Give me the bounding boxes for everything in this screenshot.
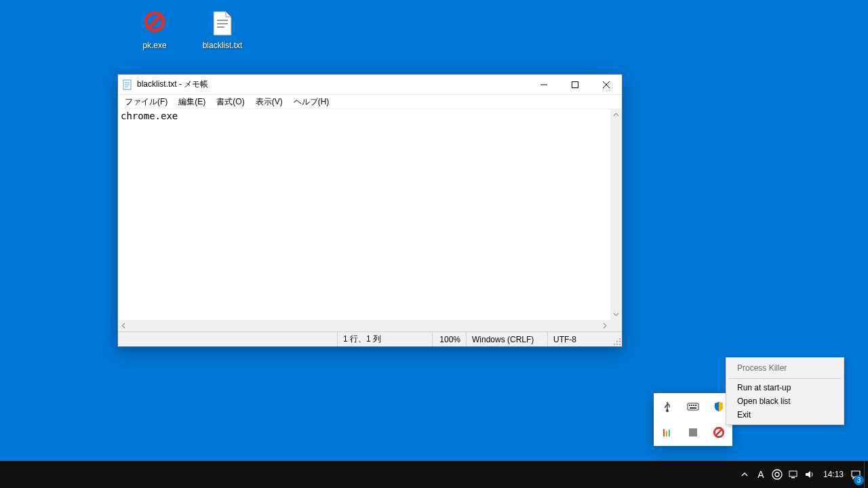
status-encoding: UTF-8 [547, 332, 622, 346]
svg-point-19 [666, 409, 669, 412]
menu-edit[interactable]: 編集(E) [173, 95, 211, 108]
status-zoom: 100% [432, 332, 466, 346]
svg-point-16 [619, 344, 620, 345]
tray-network-icon[interactable] [785, 461, 802, 488]
resize-grip-icon[interactable] [613, 338, 621, 346]
scroll-left-icon[interactable] [118, 320, 130, 331]
tray-overflow-button[interactable] [736, 461, 753, 488]
menubar: ファイル(F) 編集(E) 書式(O) 表示(V) ヘルプ(H) [118, 95, 622, 109]
menu-file[interactable]: ファイル(F) [119, 95, 173, 108]
show-desktop-button[interactable] [864, 461, 868, 488]
vertical-scrollbar[interactable] [610, 109, 622, 320]
svg-point-18 [614, 344, 615, 345]
context-menu-open-blacklist[interactable]: Open black list [728, 394, 842, 408]
close-button[interactable] [591, 75, 622, 95]
svg-point-17 [616, 344, 618, 345]
tray-ime-icon[interactable]: A [753, 461, 769, 488]
horizontal-scrollbar[interactable] [118, 320, 622, 331]
svg-point-32 [772, 470, 782, 479]
editor-area [118, 109, 622, 320]
prohibit-icon [144, 11, 165, 38]
notification-badge: 3 [854, 475, 864, 485]
desktop-icon-pk-exe[interactable]: pk.exe [129, 11, 180, 50]
maximize-button[interactable] [559, 75, 591, 95]
tray-overflow-popup [654, 393, 732, 446]
svg-rect-35 [791, 477, 795, 479]
status-position: 1 行、1 列 [337, 332, 432, 346]
scroll-up-icon[interactable] [610, 109, 622, 121]
desktop-icon-blacklist-txt[interactable]: blacklist.txt [197, 11, 248, 50]
notepad-window: blacklist.txt - メモ帳 ファイル(F) 編集(E) 書式(O) … [117, 74, 623, 347]
scroll-track[interactable] [610, 121, 622, 308]
svg-line-31 [716, 430, 722, 436]
svg-rect-34 [789, 471, 797, 476]
scroll-down-icon[interactable] [610, 308, 622, 320]
window-title: blacklist.txt - メモ帳 [137, 79, 528, 90]
minimize-button[interactable] [528, 75, 559, 95]
taskbar-clock[interactable]: 14:13 [818, 470, 848, 479]
tray-meet-now-icon[interactable] [769, 461, 785, 488]
svg-rect-29 [689, 428, 697, 436]
action-center-button[interactable]: 3 [848, 461, 864, 488]
taskbar: A 14:13 3 [0, 461, 868, 488]
svg-point-14 [619, 341, 620, 342]
context-menu-run-at-startup[interactable]: Run at start-up [728, 381, 842, 394]
scroll-track[interactable] [130, 320, 599, 331]
notepad-icon [122, 79, 133, 90]
tray-context-menu: Process Killer Run at start-up Open blac… [726, 357, 844, 425]
svg-rect-22 [691, 405, 692, 406]
svg-point-15 [616, 341, 618, 342]
menu-view[interactable]: 表示(V) [250, 95, 288, 108]
statusbar: 1 行、1 列 100% Windows (CRLF) UTF-8 [118, 331, 622, 346]
context-menu-exit[interactable]: Exit [728, 408, 842, 422]
system-tray: A 14:13 3 [736, 461, 868, 488]
svg-point-13 [619, 338, 620, 340]
svg-line-1 [149, 16, 161, 28]
tray-keyboard-icon[interactable] [682, 396, 704, 418]
svg-rect-20 [688, 403, 698, 410]
tray-app1-icon[interactable] [656, 422, 678, 443]
context-menu-title: Process Killer [728, 361, 842, 377]
status-line-ending: Windows (CRLF) [466, 332, 547, 346]
tray-app2-icon[interactable] [682, 422, 704, 443]
menu-help[interactable]: ヘルプ(H) [288, 95, 335, 108]
text-file-icon [212, 11, 233, 38]
text-editor[interactable] [118, 109, 610, 320]
svg-rect-24 [695, 405, 696, 406]
desktop-icon-label: pk.exe [129, 41, 180, 50]
svg-rect-23 [693, 405, 694, 406]
tray-volume-icon[interactable] [802, 461, 818, 488]
desktop-icon-label: blacklist.txt [197, 41, 248, 50]
titlebar[interactable]: blacklist.txt - メモ帳 [118, 75, 622, 95]
scroll-right-icon[interactable] [599, 320, 610, 331]
svg-rect-10 [572, 81, 578, 87]
svg-rect-21 [689, 405, 690, 406]
context-menu-separator [728, 378, 842, 379]
svg-point-33 [775, 472, 779, 476]
chevron-up-icon [741, 471, 748, 478]
menu-format[interactable]: 書式(O) [211, 95, 250, 108]
tray-usb-icon[interactable] [656, 396, 678, 418]
svg-rect-25 [690, 407, 696, 409]
